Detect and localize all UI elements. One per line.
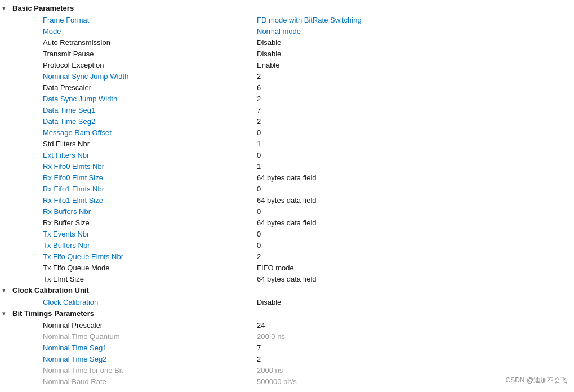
param-row: Data Time Seg17	[9, 104, 574, 115]
param-value: 0	[257, 185, 572, 193]
param-value: 2	[257, 72, 572, 81]
param-row: Rx Fifo1 Elmt Size64 bytes data field	[9, 194, 574, 206]
param-name: Data Time Seg2	[43, 117, 257, 126]
section-title-clock-calibration-unit: Clock Calibration Unit	[12, 286, 89, 295]
param-row: Nominal Time for one Bit2000 ns	[9, 364, 574, 376]
param-name: Message Ram Offset	[43, 128, 257, 137]
param-value: 7	[257, 344, 572, 352]
param-value: 2	[257, 252, 572, 261]
section-content-bit-timings-parameters: Nominal Prescaler24Nominal Time Quantum2…	[0, 319, 574, 387]
section-title-basic-parameters: Basic Parameters	[12, 4, 74, 12]
param-row: Data Prescaler6	[9, 82, 574, 93]
param-name: Nominal Time Seg2	[43, 355, 257, 363]
param-name: Tx Fifo Queue Mode	[43, 264, 257, 272]
param-row: Protocol ExceptionEnable	[9, 59, 574, 70]
param-value: 2	[257, 355, 572, 363]
param-row: Data Time Seg22	[9, 115, 574, 127]
section-header-clock-calibration-unit[interactable]: ▾Clock Calibration Unit	[0, 284, 574, 296]
param-name: Frame Format	[43, 16, 257, 24]
param-row: Tx Elmt Size64 bytes data field	[9, 273, 574, 284]
param-name: Nominal Baud Rate	[43, 377, 257, 386]
param-row: Ext Filters Nbr0	[9, 149, 574, 161]
param-name: Tx Fifo Queue Elmts Nbr	[43, 252, 257, 261]
watermark: CSDN @迪加不会飞	[505, 376, 567, 385]
param-value: 64 bytes data field	[257, 173, 572, 182]
section-header-basic-parameters[interactable]: ▾Basic Parameters	[0, 2, 574, 14]
param-row: Message Ram Offset0	[9, 127, 574, 138]
param-name: Rx Fifo0 Elmts Nbr	[43, 162, 257, 171]
param-value: Disable	[257, 50, 572, 58]
param-name: Data Sync Jump Width	[43, 95, 257, 103]
param-value: 200.0 ns	[257, 332, 572, 341]
param-row: Clock CalibrationDisable	[9, 296, 574, 308]
param-row: Nominal Time Seg22	[9, 353, 574, 364]
param-row: Nominal Prescaler24	[9, 319, 574, 331]
param-value: 1	[257, 140, 572, 148]
param-value: 6	[257, 83, 572, 92]
param-value: 0	[257, 241, 572, 250]
param-row: Rx Fifo0 Elmt Size64 bytes data field	[9, 172, 574, 183]
param-name: Ext Filters Nbr	[43, 151, 257, 159]
param-value: 0	[257, 230, 572, 238]
param-name: Rx Fifo1 Elmt Size	[43, 196, 257, 204]
param-row: ModeNormal mode	[9, 25, 574, 37]
param-name: Rx Buffers Nbr	[43, 207, 257, 216]
param-name: Tx Elmt Size	[43, 275, 257, 283]
param-row: Tx Fifo Queue ModeFIFO mode	[9, 262, 574, 273]
param-name: Rx Fifo0 Elmt Size	[43, 173, 257, 182]
param-name: Nominal Sync Jump Width	[43, 72, 257, 81]
param-value: 24	[257, 321, 572, 329]
param-name: Clock Calibration	[43, 298, 257, 306]
param-name: Data Prescaler	[43, 83, 257, 92]
param-value: 7	[257, 106, 572, 114]
param-name: Auto Retransmission	[43, 38, 257, 47]
param-name: Nominal Time Seg1	[43, 344, 257, 352]
param-value: FD mode with BitRate Switching	[257, 16, 572, 24]
param-row: Rx Fifo0 Elmts Nbr1	[9, 161, 574, 172]
param-row: Std Filters Nbr1	[9, 138, 574, 149]
section-content-clock-calibration-unit: Clock CalibrationDisable	[0, 296, 574, 308]
param-value: FIFO mode	[257, 264, 572, 272]
param-name: Transmit Pause	[43, 50, 257, 58]
section-title-bit-timings-parameters: Bit Timings Parameters	[12, 309, 94, 318]
param-name: Nominal Time for one Bit	[43, 366, 257, 375]
param-value: 64 bytes data field	[257, 196, 572, 204]
param-value: 64 bytes data field	[257, 219, 572, 227]
param-row: Nominal Time Seg17	[9, 342, 574, 353]
param-name: Nominal Time Quantum	[43, 332, 257, 341]
param-name: Tx Events Nbr	[43, 230, 257, 238]
param-value: Disable	[257, 298, 572, 306]
param-value: Normal mode	[257, 27, 572, 35]
param-value: Enable	[257, 61, 572, 69]
tree-container: ▾Basic ParametersFrame FormatFD mode wit…	[0, 0, 574, 389]
param-name: Std Filters Nbr	[43, 140, 257, 148]
param-row: Rx Buffers Nbr0	[9, 206, 574, 217]
param-name: Protocol Exception	[43, 61, 257, 69]
param-value: Disable	[257, 38, 572, 47]
param-value: 0	[257, 128, 572, 137]
param-row: Frame FormatFD mode with BitRate Switchi…	[9, 14, 574, 25]
param-name: Mode	[43, 27, 257, 35]
section-header-bit-timings-parameters[interactable]: ▾Bit Timings Parameters	[0, 308, 574, 319]
param-value: 2000 ns	[257, 366, 572, 375]
param-value: 1	[257, 162, 572, 171]
param-name: Tx Buffers Nbr	[43, 241, 257, 250]
param-value: 2	[257, 117, 572, 126]
param-name: Rx Buffer Size	[43, 219, 257, 227]
param-row: Transmit PauseDisable	[9, 48, 574, 59]
param-row: Data Sync Jump Width2	[9, 93, 574, 104]
param-value: 2	[257, 95, 572, 103]
param-row: Tx Fifo Queue Elmts Nbr2	[9, 251, 574, 262]
param-name: Data Time Seg1	[43, 106, 257, 114]
chevron-icon: ▾	[2, 287, 10, 294]
param-row: Auto RetransmissionDisable	[9, 37, 574, 48]
param-row: Nominal Sync Jump Width2	[9, 70, 574, 82]
param-row: Rx Buffer Size64 bytes data field	[9, 217, 574, 228]
param-row: Tx Events Nbr0	[9, 228, 574, 239]
param-row: Nominal Baud Rate500000 bit/s	[9, 376, 574, 387]
section-content-basic-parameters: Frame FormatFD mode with BitRate Switchi…	[0, 14, 574, 284]
param-value: 64 bytes data field	[257, 275, 572, 283]
param-value: 0	[257, 151, 572, 159]
param-value: 0	[257, 207, 572, 216]
param-row: Nominal Time Quantum200.0 ns	[9, 331, 574, 342]
